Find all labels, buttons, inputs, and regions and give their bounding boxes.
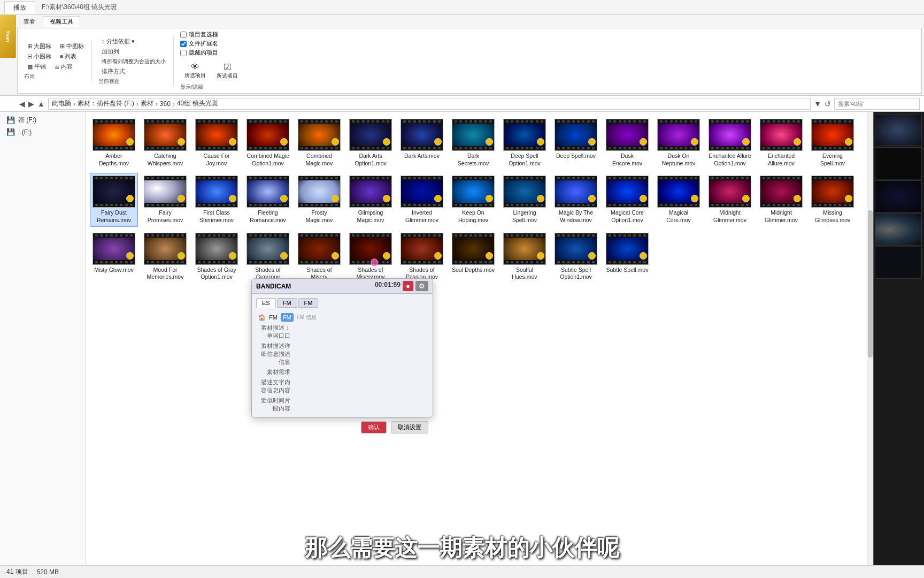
btn-select[interactable]: ☑ 所选项目 <box>212 60 242 82</box>
popup-path-info: FM 信息 <box>297 314 317 321</box>
hdd-icon-2: 💾 <box>6 128 15 136</box>
file-item[interactable]: Dark Arts.mov <box>398 116 446 170</box>
popup-tab-2[interactable]: FM <box>298 298 319 308</box>
file-item[interactable]: Amber Depths.mov <box>90 116 138 170</box>
breadcrumb-drive[interactable]: 素材：插件盘符 (F:) <box>78 99 134 108</box>
title-bar: 播放 F:\素材\360\40组 镜头光斑 <box>0 0 924 15</box>
file-item[interactable]: Fairy Promises.mov <box>141 173 189 226</box>
sidebar-item-1[interactable]: 💾 : (F:) <box>0 126 85 138</box>
popup-row-4: 描述文字内容信息内容 <box>258 378 426 394</box>
file-item[interactable]: Dusk On Neptune.mov <box>654 116 703 170</box>
file-item[interactable]: Dusk Encore.mov <box>603 116 651 170</box>
file-item[interactable]: Missing Glimpses.mov <box>808 173 857 226</box>
btn-content[interactable]: ≣ 内容 <box>51 62 76 71</box>
file-area[interactable]: Amber Depths.movCatching Whispers.movCau… <box>86 112 867 578</box>
file-item[interactable]: Magic By The Window.mov <box>552 173 600 226</box>
sidebar: 💾 符 (F:) 💾 : (F:) <box>0 112 86 578</box>
forward-button[interactable]: ▶ <box>28 100 34 108</box>
checkbox-item[interactable] <box>180 32 187 38</box>
file-item[interactable]: Midnight Glimmer.mov <box>757 173 805 226</box>
address-bar: ◀ ▶ ▲ 此电脑 › 素材：插件盘符 (F:) › 素材 › 360 › 40… <box>0 96 924 112</box>
select-icon: ☑ <box>224 62 231 72</box>
file-item[interactable]: Magical Core.mov <box>654 173 703 226</box>
btn-list[interactable]: ≡ 列表 <box>57 52 80 61</box>
file-item[interactable]: Glimpsing Magic.mov <box>346 173 395 226</box>
popup-ok-btn[interactable]: 确认 <box>361 421 387 434</box>
btn-tiles[interactable]: ▦ 平铺 <box>24 62 49 71</box>
file-item[interactable]: Misty Glow.mov <box>90 230 138 291</box>
list-icon: ≡ <box>60 53 63 59</box>
sidebar-item-0[interactable]: 💾 符 (F:) <box>0 114 85 126</box>
breadcrumb-folder[interactable]: 40组 镜头光斑 <box>177 99 218 108</box>
popup-settings-btn[interactable]: ⚙ <box>415 281 428 291</box>
file-item[interactable]: Fleeting Romance.mov <box>244 173 292 226</box>
popup-row3-label: 素材需求 <box>258 368 290 376</box>
ribbon-tab-video[interactable]: 视频工具 <box>43 16 80 27</box>
checkbox-ext-label: 文件扩展名 <box>189 40 218 48</box>
file-item[interactable]: Keep On Hoping.mov <box>449 173 497 226</box>
popup-tab-1[interactable]: FM <box>277 298 297 308</box>
btn-large-icon[interactable]: ⊞ 大图标 <box>24 42 55 51</box>
file-item[interactable]: Shades of Gray Option1.mov <box>192 230 241 291</box>
status-bar: 41 项目 520 MB <box>0 565 924 578</box>
file-item[interactable]: Combined Magic Option1.mov <box>244 116 292 170</box>
btn-medium-icon[interactable]: ⊞ 中图标 <box>57 42 87 51</box>
popup-path-icon: 🏠 <box>258 314 266 321</box>
btn-order[interactable]: 排序方式 <box>98 67 128 76</box>
layout-label: 布局 <box>24 73 35 80</box>
popup-tab-0[interactable]: ES <box>256 298 276 308</box>
file-item[interactable]: Cause For Joy.mov <box>192 116 241 170</box>
popup-select[interactable]: FM <box>281 313 294 322</box>
sidebar-label-1: : (F:) <box>18 128 32 136</box>
btn-small-icon[interactable]: ⊟ 小图标 <box>24 52 55 61</box>
popup-record-btn[interactable]: ● <box>403 281 413 291</box>
checkbox-ext[interactable] <box>180 41 187 47</box>
file-item[interactable]: Evening Spell.mov <box>808 116 857 170</box>
file-item[interactable]: Lingering Spell.mov <box>500 173 549 226</box>
file-item[interactable]: Enchanted Allure Option1.mov <box>706 116 754 170</box>
btn-fit-columns[interactable]: 将所有列调整为合适的大小 <box>98 57 169 66</box>
file-item[interactable]: Catching Whispers.mov <box>141 116 189 170</box>
btn-hide[interactable]: 👁 所选项目 <box>180 60 210 82</box>
large-icon-icon: ⊞ <box>27 43 32 50</box>
breadcrumb-material[interactable]: 素材 <box>141 99 153 108</box>
search-input[interactable] <box>834 98 920 110</box>
chevron-down-icon: ▾ <box>132 38 135 45</box>
breadcrumb-360[interactable]: 360 <box>160 100 171 108</box>
file-item[interactable]: Inverted Glimmer.mov <box>398 173 446 226</box>
preview-3 <box>875 180 922 212</box>
file-item[interactable]: Deep Spell.mov <box>552 116 600 170</box>
dropdown-button[interactable]: ▼ <box>814 100 821 108</box>
file-item[interactable]: Frosty Magic.mov <box>295 173 343 226</box>
file-item[interactable]: Mood For Memories.mov <box>141 230 189 291</box>
scrollbar[interactable] <box>867 112 873 578</box>
file-item[interactable]: Deep Spell Option1.mov <box>500 116 549 170</box>
file-item[interactable]: Midnight Glimmer.mov <box>706 173 754 226</box>
file-item[interactable]: Subtle Spell Option1.mov <box>552 230 600 291</box>
preview-1 <box>875 114 922 146</box>
breadcrumb-pc[interactable]: 此电脑 <box>52 99 71 108</box>
content-icon: ≣ <box>55 63 59 70</box>
popup-time: 00:01:59 <box>375 281 401 291</box>
file-item[interactable]: Soulful Hues.mov <box>500 230 549 291</box>
back-button[interactable]: ◀ <box>19 100 25 108</box>
btn-add-column[interactable]: 加加列 <box>98 47 122 56</box>
btn-sort[interactable]: ↕ 分组依据 ▾ <box>98 37 138 46</box>
popup-cancel-btn[interactable]: 取消设置 <box>391 421 428 434</box>
ribbon-tab-view[interactable]: 查看 <box>17 16 42 27</box>
tab-active[interactable]: 播放 <box>4 1 35 14</box>
refresh-button[interactable]: ↺ <box>825 100 831 108</box>
checkbox-hidden[interactable] <box>180 50 187 56</box>
up-button[interactable]: ▲ <box>37 100 45 108</box>
file-item[interactable]: First Class Shimmer.mov <box>192 173 241 226</box>
file-item[interactable]: Soul Depths.mov <box>449 230 497 291</box>
file-item[interactable]: Dark Secrets.mov <box>449 116 497 170</box>
file-item[interactable]: Magical Core Option1.mov <box>603 173 651 226</box>
file-item[interactable]: Combined Magic.mov <box>295 116 343 170</box>
scrollbar-thumb <box>868 210 873 358</box>
file-grid: Amber Depths.movCatching Whispers.movCau… <box>90 116 863 291</box>
file-item[interactable]: Dark Arts Option1.mov <box>346 116 395 170</box>
file-item[interactable]: Subtle Spell.mov <box>603 230 651 291</box>
file-item[interactable]: Fairy Dust Remains.mov <box>90 173 138 226</box>
file-item[interactable]: Enchanted Allure.mov <box>757 116 805 170</box>
